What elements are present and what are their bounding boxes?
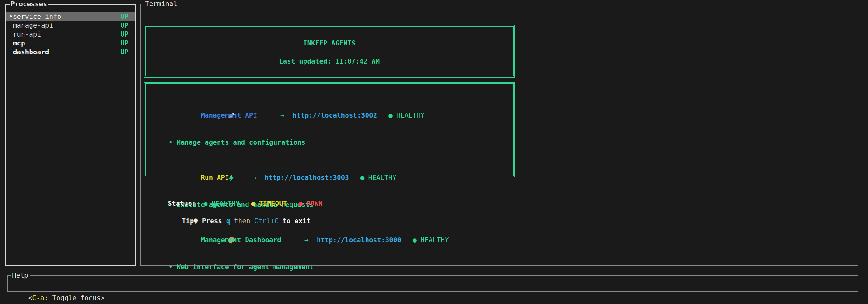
process-name: manage-api <box>9 21 53 30</box>
service-health-status: HEALTHY <box>421 236 449 244</box>
process-row-run-api[interactable]: run-api UP <box>6 30 135 39</box>
rocket-icon <box>187 102 201 129</box>
service-url[interactable]: http://localhost:3003 <box>265 174 349 181</box>
help-panel: Help <C-a: Toggle focus> <q: Quit> <j: N… <box>7 275 859 292</box>
agents-heading: INKEEP AGENTS <box>145 39 514 48</box>
lightbulb-icon <box>168 208 182 235</box>
bracket: < <box>28 294 32 302</box>
process-row-service-info[interactable]: •service-info UP <box>6 12 135 21</box>
service-health-status: HEALTHY <box>397 112 425 119</box>
help-item-toggle-focus: <C-a: Toggle focus> <box>28 294 105 302</box>
tip-line: Tip: Press q then Ctrl+C to exit <box>152 199 311 244</box>
health-dot-icon: ● <box>361 174 365 181</box>
tip-suffix: to exit <box>278 217 311 225</box>
process-name: run-api <box>9 30 41 39</box>
arrow-icon: → <box>280 112 284 119</box>
process-row-dashboard[interactable]: dashboard UP <box>6 48 135 57</box>
health-dot-icon: ● <box>389 112 393 119</box>
service-health-status: HEALTHY <box>368 174 397 181</box>
service-description: • Web interface for agent management <box>168 263 514 272</box>
process-name: dashboard <box>9 48 49 57</box>
process-name: mcp <box>9 39 25 48</box>
process-status-badge: UP <box>121 39 128 48</box>
tip-key-ctrl-c: Ctrl+C <box>254 217 278 225</box>
help-panel-title: Help <box>11 271 30 280</box>
tip-prefix: Tip: Press <box>182 217 226 225</box>
service-line: Management API→http://localhost:3002●HEA… <box>155 94 514 138</box>
help-shortcuts-line: <C-a: Toggle focus> <q: Quit> <j: Next> … <box>8 276 858 304</box>
processes-panel-title: Processes <box>9 0 49 9</box>
process-status-badge: UP <box>121 21 128 30</box>
tip-middle: then <box>230 217 254 225</box>
process-row-mcp[interactable]: mcp UP <box>6 39 135 48</box>
bracket: > <box>100 294 105 302</box>
last-updated-text: Last updated: 11:07:42 AM <box>145 57 514 66</box>
process-name: •service-info <box>9 12 61 21</box>
services-box: Management API→http://localhost:3002●HEA… <box>144 82 515 177</box>
process-status-badge: UP <box>121 12 128 21</box>
processes-panel: Processes •service-info UP manage-api UP… <box>5 4 136 266</box>
separator: : <box>44 294 52 302</box>
process-list: •service-info UP manage-api UP run-api U… <box>6 12 135 57</box>
service-url[interactable]: http://localhost:3002 <box>293 112 377 119</box>
lightning-icon <box>187 165 201 192</box>
arrow-icon: → <box>252 174 256 181</box>
service-name: Management API <box>201 112 257 119</box>
agents-header-box: INKEEP AGENTS Last updated: 11:07:42 AM <box>144 25 515 77</box>
service-name: Run API <box>201 174 229 181</box>
process-row-manage-api[interactable]: manage-api UP <box>6 21 135 30</box>
process-status-badge: UP <box>121 48 128 57</box>
tip-key-q: q <box>226 217 230 225</box>
service-url[interactable]: http://localhost:3000 <box>317 236 402 244</box>
help-label: Toggle focus <box>52 294 100 302</box>
process-status-badge: UP <box>121 30 128 39</box>
service-description: • Manage agents and configurations <box>168 138 514 147</box>
health-dot-icon: ● <box>413 236 417 244</box>
terminal-panel: Terminal INKEEP AGENTS Last updated: 11:… <box>140 4 859 266</box>
terminal-panel-title: Terminal <box>144 0 179 8</box>
help-key: C-a <box>32 294 44 302</box>
service-entry-management-api: Management API→http://localhost:3002●HEA… <box>155 94 514 147</box>
